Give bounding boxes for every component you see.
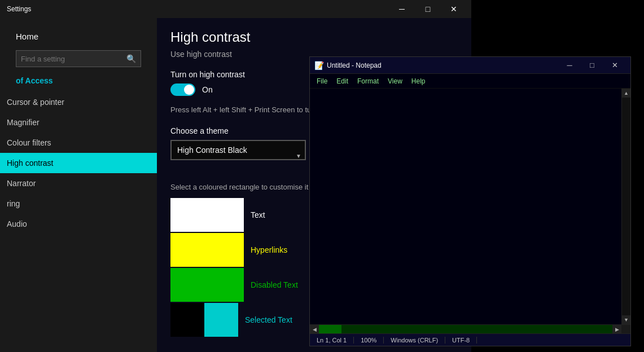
swatch-list: Text Hyperlinks Disabled Text Selec xyxy=(170,198,306,337)
sidebar-item-high-contrast[interactable]: High contrast xyxy=(0,153,157,173)
scroll-right-arrow[interactable]: ▶ xyxy=(612,325,621,334)
swatch-text[interactable]: Text xyxy=(170,198,306,232)
menu-file[interactable]: File xyxy=(312,76,332,86)
swatch-hyperlinks[interactable]: Hyperlinks xyxy=(170,233,306,267)
sidebar-top: Home 🔍 of Access xyxy=(0,18,157,92)
swatch-selected-label: Selected Text xyxy=(238,315,292,324)
theme-select-wrapper[interactable]: High Contrast Black xyxy=(170,140,306,171)
notepad-minimize-button[interactable]: ─ xyxy=(558,57,581,74)
status-line-ending: Windows (CRLF) xyxy=(384,337,445,344)
sidebar-item-audio[interactable]: Audio xyxy=(0,214,157,234)
close-button[interactable]: ✕ xyxy=(441,0,467,18)
notepad-body[interactable]: ▲ ▼ xyxy=(310,89,630,324)
sidebar-item-ring[interactable]: ring xyxy=(0,193,157,214)
scroll-track-v[interactable] xyxy=(622,98,630,315)
toggle-state-label: On xyxy=(202,85,213,94)
notepad-title: Untitled - Notepad xyxy=(327,61,558,69)
sidebar-item-cursor[interactable]: Cursor & pointer xyxy=(0,92,157,112)
status-encoding: UTF-8 xyxy=(445,337,477,344)
sidebar-items: Cursor & pointer Magnifier Colour filter… xyxy=(0,92,157,352)
theme-dropdown[interactable]: High Contrast Black xyxy=(170,140,306,160)
status-segments: Ln 1, Col 1 100% Windows (CRLF) UTF-8 xyxy=(310,337,630,344)
notepad-window: 📝 Untitled - Notepad ─ □ ✕ File Edit For… xyxy=(309,56,631,346)
swatch-disabled-color[interactable] xyxy=(170,268,244,302)
scroll-corner xyxy=(621,325,630,334)
notepad-statusbar: Ln 1, Col 1 100% Windows (CRLF) UTF-8 xyxy=(310,333,630,346)
notepad-scrollbar-v[interactable]: ▲ ▼ xyxy=(621,89,630,324)
scroll-left-arrow[interactable]: ◀ xyxy=(310,325,319,334)
notepad-scrollbar-h[interactable]: ◀ ▶ xyxy=(310,324,630,333)
maximize-button[interactable]: □ xyxy=(415,0,441,18)
notepad-menubar: File Edit Format View Help xyxy=(310,74,630,89)
sidebar-section-title: of Access xyxy=(9,72,148,87)
minimize-button[interactable]: ─ xyxy=(389,0,415,18)
settings-title: Settings xyxy=(5,5,31,13)
notepad-maximize-button[interactable]: □ xyxy=(581,57,603,74)
swatch-disabled[interactable]: Disabled Text xyxy=(170,268,306,302)
swatch-text-label: Text xyxy=(244,210,265,219)
sidebar-item-magnifier[interactable]: Magnifier xyxy=(0,112,157,133)
status-zoom: 100% xyxy=(354,337,384,344)
settings-titlebar: Settings ─ □ ✕ xyxy=(0,0,471,18)
search-input[interactable] xyxy=(16,51,122,67)
notepad-close-button[interactable]: ✕ xyxy=(603,57,626,74)
swatch-hyperlinks-label: Hyperlinks xyxy=(244,245,287,254)
notepad-icon: 📝 xyxy=(314,61,323,70)
search-box[interactable]: 🔍 xyxy=(16,50,141,67)
swatch-text-color[interactable] xyxy=(170,198,244,232)
swatch-disabled-label: Disabled Text xyxy=(244,280,298,289)
swatch-hyperlinks-color[interactable] xyxy=(170,233,244,267)
hscroll-track[interactable] xyxy=(319,325,612,333)
sidebar-item-colour-filters[interactable]: Colour filters xyxy=(0,133,157,153)
search-icon: 🔍 xyxy=(122,51,141,67)
notepad-titlebar: 📝 Untitled - Notepad ─ □ ✕ xyxy=(310,57,630,74)
sidebar-item-home[interactable]: Home xyxy=(9,27,148,46)
notepad-title-buttons: ─ □ ✕ xyxy=(558,57,626,74)
scroll-up-arrow[interactable]: ▲ xyxy=(622,89,631,98)
title-buttons: ─ □ ✕ xyxy=(389,0,467,18)
menu-edit[interactable]: Edit xyxy=(332,76,353,86)
menu-format[interactable]: Format xyxy=(353,76,383,86)
toggle-thumb xyxy=(184,85,194,95)
menu-view[interactable]: View xyxy=(383,76,407,86)
swatch-selected-fg[interactable] xyxy=(204,303,238,337)
scroll-down-arrow[interactable]: ▼ xyxy=(622,315,631,324)
hscroll-thumb[interactable] xyxy=(319,325,341,333)
sidebar: Home 🔍 of Access Cursor & pointer Magnif… xyxy=(0,18,157,352)
page-title: High contrast xyxy=(170,29,458,45)
swatch-selected-bg[interactable] xyxy=(170,303,204,337)
menu-help[interactable]: Help xyxy=(407,76,430,86)
status-position: Ln 1, Col 1 xyxy=(310,337,354,344)
sidebar-item-narrator[interactable]: Narrator xyxy=(0,173,157,193)
high-contrast-toggle[interactable] xyxy=(170,83,195,96)
swatch-selected-row[interactable]: Selected Text xyxy=(170,303,306,337)
